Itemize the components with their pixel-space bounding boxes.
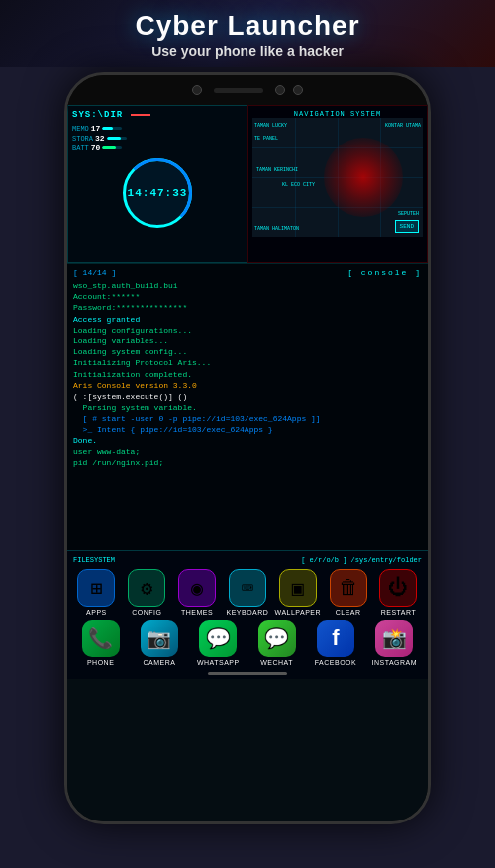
app-item-themes[interactable]: ◉THEMES [174, 569, 220, 616]
nav-send-button[interactable]: SEND [395, 220, 419, 233]
clock-ring: 14:47:33 [123, 158, 192, 228]
console-line: wso_stp.auth_build.bui [73, 280, 422, 291]
phone-top-bar [67, 75, 428, 105]
sysdir-title: SYS:\DIR [72, 110, 243, 120]
console-line: ( :[system.execute()] () [73, 391, 422, 402]
config-icon: ⚙ [128, 569, 165, 607]
nav-label-1: TAMAN LUCKY [254, 123, 287, 129]
console-line: Account:****** [73, 291, 422, 302]
app-item-apps[interactable]: ⊞APPS [73, 569, 119, 616]
nav-radar [324, 138, 403, 217]
console-header: [ 14/14 ] [ console ] [73, 268, 422, 277]
console-line: Initialization completed. [73, 369, 422, 380]
console-line: Initializing Protocol Aris... [73, 357, 422, 368]
restart-icon: ⏻ [379, 569, 417, 607]
path-left: FILESYSTEM [73, 556, 115, 564]
console-line: Done. [73, 435, 422, 446]
console-line: Loading variables... [73, 336, 422, 346]
camera-icon: 📷 [141, 620, 178, 657]
sys-stats: MEMO 17 STORA 32 BATT 70 [72, 124, 243, 152]
whatsapp-label: WHATSAPP [197, 659, 240, 666]
top-widgets: SYS:\DIR MEMO 17 STORA 32 BATT [67, 105, 428, 263]
front-camera [192, 85, 202, 95]
keyboard-icon: ⌨ [229, 569, 266, 607]
keyboard-label: KEYBOARD [227, 609, 269, 616]
app-item-wallpaper[interactable]: ▣WALLPAPER [275, 569, 321, 616]
clear-label: CLEAR [336, 609, 361, 616]
console-line: [ # start -user 0 -p pipe://id=103/exec_… [73, 413, 422, 424]
app-item-clear[interactable]: 🗑CLEAR [326, 569, 371, 616]
console-progress: [ 14/14 ] [73, 268, 116, 277]
app-item-camera[interactable]: 📷CAMERA [137, 620, 182, 666]
banner-subtitle: Use your phone like a hacker [20, 44, 475, 59]
speaker [214, 88, 263, 93]
themes-icon: ◉ [178, 569, 216, 607]
instagram-label: INSTAGRAM [371, 659, 417, 666]
volume-up-button[interactable] [64, 174, 65, 224]
wechat-label: WECHAT [260, 659, 293, 666]
clock-arc [123, 158, 192, 228]
clock-area: 14:47:33 [72, 158, 243, 228]
proximity-sensor [293, 85, 303, 95]
wechat-icon: 💬 [258, 620, 296, 657]
battery-bar [102, 146, 122, 149]
console-line: Loading configurations... [73, 325, 422, 336]
app-item-phone[interactable]: 📞PHONE [78, 620, 124, 666]
storage-stat: STORA 32 [72, 134, 243, 143]
app-item-whatsapp[interactable]: 💬WHATSAPP [195, 620, 241, 666]
wallpaper-icon: ▣ [279, 569, 317, 607]
home-bar [208, 672, 287, 675]
title-bar-decoration [131, 114, 150, 116]
path-right: [ e/r/o/b ] /sys/entry/folder [301, 556, 422, 564]
themes-label: THEMES [181, 609, 213, 616]
console-line: >_ Intent { pipe://id=103/exec_624Apps } [73, 424, 422, 434]
power-button[interactable] [430, 194, 431, 229]
sysdir-widget: SYS:\DIR MEMO 17 STORA 32 BATT [67, 105, 248, 263]
whatsapp-icon: 💬 [199, 620, 237, 657]
phone-label: PHONE [87, 659, 114, 666]
console-line: pid /run/nginx.pid; [73, 457, 422, 468]
banner: Cyber Launcher Use your phone like a hac… [0, 0, 495, 67]
facebook-label: FACEBOOK [315, 659, 357, 666]
console-output: wso_stp.auth_build.bui Account:****** Pa… [73, 280, 422, 468]
app-item-instagram[interactable]: 📸INSTAGRAM [371, 620, 417, 666]
config-label: CONFIG [132, 609, 161, 616]
app-item-keyboard[interactable]: ⌨KEYBOARD [225, 569, 270, 616]
sensor [275, 85, 285, 95]
volume-down-button[interactable] [64, 239, 65, 273]
launcher-bottom: FILESYSTEM [ e/r/o/b ] /sys/entry/folder… [67, 550, 428, 679]
clear-icon: 🗑 [330, 569, 367, 607]
app-item-config[interactable]: ⚙CONFIG [124, 569, 169, 616]
app-row-1: ⊞APPS⚙CONFIG◉THEMES⌨KEYBOARD▣WALLPAPER🗑C… [67, 567, 428, 618]
nav-map: TAMAN LUCKY KONTAR UTAMA TE PANEL TAMAN … [252, 118, 423, 237]
nav-widget: NAVIGATION SYSTEM TAMAN LUCKY [248, 105, 428, 263]
restart-label: RESTART [381, 609, 417, 616]
camera-label: CAMERA [144, 659, 176, 666]
memo-bar [102, 127, 122, 130]
apps-icon: ⊞ [77, 569, 115, 607]
path-bar: FILESYSTEM [ e/r/o/b ] /sys/entry/folder [67, 555, 428, 565]
phone-frame: SYS:\DIR MEMO 17 STORA 32 BATT [64, 72, 431, 824]
banner-title: Cyber Launcher [20, 10, 475, 42]
phone-icon: 📞 [82, 620, 120, 657]
apps-label: APPS [86, 609, 107, 616]
app-item-wechat[interactable]: 💬WECHAT [254, 620, 300, 666]
nav-label-5: KL ECO CITY [282, 182, 315, 188]
screen: SYS:\DIR MEMO 17 STORA 32 BATT [67, 105, 428, 821]
console-area: [ 14/14 ] [ console ] wso_stp.auth_build… [67, 263, 428, 550]
console-line: Aris Console version 3.3.0 [73, 380, 422, 391]
app-item-restart[interactable]: ⏻RESTART [375, 569, 421, 616]
console-line: Loading system config... [73, 346, 422, 357]
nav-title: NAVIGATION SYSTEM [252, 110, 423, 118]
storage-bar [107, 137, 127, 140]
memo-stat: MEMO 17 [72, 124, 243, 133]
app-item-facebook[interactable]: fFACEBOOK [313, 620, 358, 666]
nav-label-2: KONTAR UTAMA [385, 123, 421, 129]
console-label: [ console ] [347, 268, 422, 277]
nav-label-6: SEPUTEH [398, 211, 419, 217]
console-line: Parsing system variable. [73, 402, 422, 413]
nav-label-7: TAMAN HALIMATON [254, 226, 299, 232]
nav-label-3: TE PANEL [254, 136, 278, 142]
console-line: Password:*************** [73, 302, 422, 313]
console-line: user www-data; [73, 446, 422, 457]
